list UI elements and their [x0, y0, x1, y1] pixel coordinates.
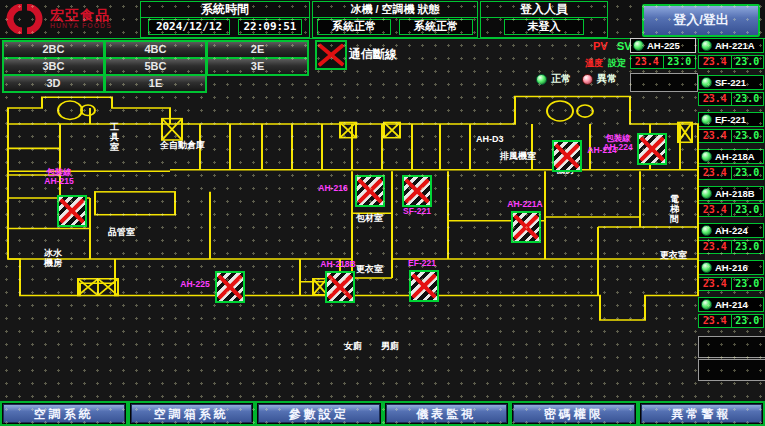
device-label: 包裝線 AH-224: [600, 134, 636, 152]
unit-button-sf-221[interactable]: SF-221: [698, 75, 764, 90]
sv-value: 23.0: [732, 204, 764, 216]
unit-name: AH-224: [715, 225, 748, 236]
pv-value: 23.4: [699, 278, 732, 290]
unit-led-icon: [701, 114, 712, 125]
placeholder-box: [698, 336, 765, 358]
normal-led-icon: [536, 74, 547, 85]
unit-values-ah-224: 23.4 23.0: [698, 240, 764, 254]
sv-value: 23.0: [732, 278, 764, 290]
room-label: 全自動倉庫: [160, 140, 205, 150]
nav-button-meter-monitor[interactable]: 儀表監視: [386, 404, 508, 423]
pv-value: 23.4: [699, 56, 732, 68]
device-icon-ah-221a[interactable]: [511, 211, 541, 243]
device-label: EF-221: [400, 259, 444, 268]
unit-values-ef-221: 23.4 23.0: [698, 129, 764, 143]
device-icon-ef-221[interactable]: [409, 270, 439, 302]
comm-loss-icon: [315, 40, 347, 70]
room-label: 包材室: [356, 213, 383, 223]
time-display: 22:09:51: [238, 19, 302, 35]
device-icon-ah-225[interactable]: [215, 271, 245, 303]
room-label: 女廁: [344, 341, 362, 351]
unit-button-ah-224[interactable]: AH-224: [698, 223, 764, 238]
unit-name: EF-221: [715, 114, 746, 125]
date-display: 2024/12/12: [148, 19, 230, 35]
pv-header: PV: [593, 40, 608, 52]
unit-values-ah-218b: 23.4 23.0: [698, 203, 764, 217]
unit-values-sf-221: 23.4 23.0: [698, 92, 764, 106]
room-label: 男廁: [381, 341, 399, 351]
nav-button-ahu-system[interactable]: 空調箱系統: [131, 404, 253, 423]
unit-led-icon: [701, 225, 712, 236]
unit-name: AH-225: [647, 40, 680, 51]
pv-value: 23.4: [699, 241, 732, 253]
unit-button-ah-218b[interactable]: AH-218B: [698, 186, 764, 201]
unit-led-icon: [701, 188, 712, 199]
nav-button-alarm[interactable]: 異常警報: [641, 404, 763, 423]
machine-status-label: 冰機 / 空調機 狀態: [313, 2, 477, 18]
unit-button-ah-214[interactable]: AH-214: [698, 297, 764, 312]
brand-logo: 宏亞食品 HUNYA FOODS: [3, 2, 153, 35]
nav-cell: 空調系統: [0, 401, 128, 426]
device-icon-sf-221[interactable]: [402, 175, 432, 207]
brand-subtitle: HUNYA FOODS: [50, 22, 112, 29]
sv-value: 23.0: [732, 315, 764, 327]
unit-button-ah-221a[interactable]: AH-221A: [698, 38, 764, 53]
room-label: 更衣室: [660, 250, 687, 260]
unit-button-ah-216[interactable]: AH-216: [698, 260, 764, 275]
floor-plan-walls: [0, 95, 700, 400]
login-logout-button[interactable]: 登入/登出: [642, 4, 760, 37]
nav-button-password-access[interactable]: 密碼權限: [513, 404, 635, 423]
device-icon-ah-215[interactable]: [57, 195, 87, 227]
device-icon-ah-216[interactable]: [355, 175, 385, 207]
unit-values-ah-216: 23.4 23.0: [698, 277, 764, 291]
unit-name: AH-216: [715, 262, 748, 273]
system-time-panel: 系統時間 2024/12/12 22:09:51: [140, 1, 310, 38]
legend-normal-label: 正常: [551, 72, 571, 86]
login-state: 未登入: [504, 19, 584, 35]
nav-cell: 儀表監視: [383, 401, 511, 426]
device-icon-ah-218b[interactable]: [325, 271, 355, 303]
unit-led-icon: [701, 299, 712, 310]
unit-name: SF-221: [715, 77, 746, 88]
device-icon-ah-214[interactable]: [552, 140, 582, 172]
sv-value: 23.0: [732, 167, 764, 179]
device-icon-ah-224[interactable]: [637, 133, 667, 165]
unit-button-ah-218a[interactable]: AH-218A: [698, 149, 764, 164]
header-bar: 宏亞食品 HUNYA FOODS 系統時間 2024/12/12 22:09:5…: [0, 0, 765, 39]
pv-value: 23.4: [699, 204, 732, 216]
unit-name: AH-214: [715, 299, 748, 310]
room-label: 品管室: [108, 227, 135, 237]
nav-cell: 參數設定: [255, 401, 383, 426]
sv-value: 23.0: [664, 56, 696, 68]
ahu-status: 系統正常: [399, 19, 473, 35]
room-label: AH-D3: [476, 134, 504, 144]
unit-button-ef-221[interactable]: EF-221: [698, 112, 764, 127]
unit-name: AH-218A: [715, 151, 755, 162]
device-label: AH-218B: [312, 260, 364, 269]
unit-led-icon: [701, 77, 712, 88]
login-panel: 登入人員 未登入: [480, 1, 608, 38]
placeholder-box: [630, 73, 698, 92]
unit-name: AH-221A: [715, 40, 755, 51]
nav-button-ac-system[interactable]: 空調系統: [3, 404, 125, 423]
machine-status-panel: 冰機 / 空調機 狀態 系統正常 系統正常: [312, 1, 478, 38]
comm-loss-label: 通信斷線: [349, 46, 397, 63]
device-label: AH-225: [178, 280, 212, 289]
floor-button-1e[interactable]: 1E: [104, 74, 207, 93]
floor-button-3d[interactable]: 3D: [2, 74, 105, 93]
unit-button-ah-225[interactable]: AH-225: [630, 38, 696, 53]
nav-cell: 空調箱系統: [128, 401, 256, 426]
system-time-label: 系統時間: [141, 2, 309, 18]
unit-led-icon: [701, 151, 712, 162]
pv-row-label: 溫度: [585, 57, 603, 70]
sv-value: 23.0: [732, 56, 764, 68]
room-label: 冰水機房: [44, 248, 65, 268]
nav-button-parameter-settings[interactable]: 參數設定: [258, 404, 380, 423]
floor-button-3e[interactable]: 3E: [206, 57, 309, 76]
pv-value: 23.4: [699, 130, 732, 142]
pv-value: 23.4: [699, 315, 732, 327]
brand-logo-icon: [3, 4, 45, 34]
pv-value: 23.4: [699, 93, 732, 105]
login-label: 登入人員: [481, 2, 607, 18]
room-label: 排風機室: [500, 151, 536, 161]
